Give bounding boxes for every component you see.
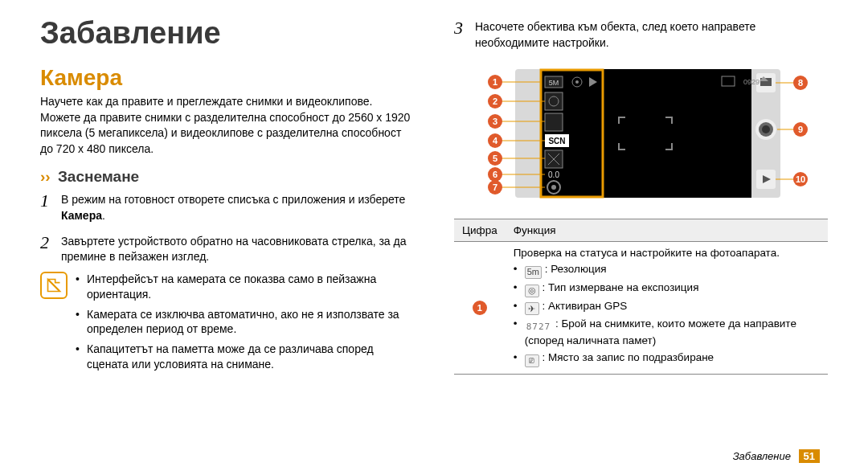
func-item: ⎚ : Място за запис по подразбиране — [514, 350, 820, 367]
func-item: 8727 : Брой на снимките, които можете да… — [514, 317, 820, 349]
callout-1: 1 — [492, 77, 497, 87]
callout-10: 10 — [795, 174, 805, 184]
page-number: 51 — [799, 449, 820, 463]
table-head-function: Функция — [506, 219, 828, 242]
step-2: 2 Завъртете устройството обратно на часо… — [40, 231, 414, 265]
callout-7: 7 — [492, 182, 497, 192]
svg-rect-7 — [545, 92, 563, 110]
counter-label: 0929 — [743, 78, 760, 86]
exposure-value: 0.0 — [548, 170, 559, 179]
sub-heading: ›› Заснемане — [40, 168, 414, 186]
func-item: ✈ : Активиран GPS — [514, 299, 820, 316]
step-1: 1 В режим на готовност отворете списъка … — [40, 189, 414, 223]
callout-8: 8 — [797, 78, 802, 88]
callout-9: 9 — [797, 125, 802, 134]
step-body: Насочете обектива към обекта, след което… — [475, 16, 828, 51]
metering-icon: ◎ — [525, 285, 539, 297]
counter-icon: 8727 — [525, 321, 553, 334]
step-number: 3 — [454, 16, 469, 51]
step-number: 1 — [40, 189, 55, 223]
svg-point-18 — [762, 125, 770, 133]
step-3: 3 Насочете обектива към обекта, след кое… — [454, 16, 828, 51]
note-icon — [40, 272, 68, 299]
note-item: Камерата се изключва автоматично, ако не… — [76, 307, 406, 338]
step-body: Завъртете устройството обратно на часовн… — [61, 231, 414, 265]
note-box: Интерфейсът на камерата се показва само … — [40, 272, 414, 377]
func-item: ◎ : Тип измерване на експозиция — [514, 281, 820, 297]
function-table: Цифра Функция 1 Проверка на статуса и на… — [454, 219, 828, 374]
camera-ui-diagram: 5M SCN 0.0 — [465, 57, 818, 212]
row-number-badge: 1 — [473, 301, 487, 315]
callout-5: 5 — [492, 154, 497, 163]
resolution-icon: 5m — [525, 266, 542, 279]
scn-label: SCN — [548, 137, 565, 145]
func-item: 5m : Резолюция — [514, 262, 820, 279]
step-body: В режим на готовност отворете списъка с … — [61, 189, 414, 223]
note-item: Интерфейсът на камерата се показва само … — [76, 272, 406, 302]
svg-point-6 — [575, 80, 579, 84]
page-title: Забавление — [40, 16, 414, 51]
callout-6: 6 — [492, 170, 497, 179]
page-footer: Забавление 51 — [40, 449, 828, 463]
intro-text: Научете как да правите и преглеждате сни… — [40, 94, 414, 157]
callout-3: 3 — [492, 117, 497, 126]
storage-icon: ⎚ — [525, 354, 539, 367]
svg-rect-9 — [545, 113, 563, 131]
chevron-icon: ›› — [40, 168, 51, 185]
table-head-number: Цифра — [454, 219, 506, 242]
callout-4: 4 — [492, 136, 497, 145]
svg-point-13 — [551, 185, 556, 190]
step-number: 2 — [40, 231, 55, 265]
gps-icon: ✈ — [525, 302, 539, 315]
row-intro: Проверка на статуса и настройките на фот… — [514, 247, 820, 259]
section-heading: Камера — [40, 65, 414, 91]
sub-heading-text: Заснемане — [58, 168, 139, 185]
table-row: 1 Проверка на статуса и настройките на ф… — [454, 242, 828, 374]
svg-rect-1 — [541, 69, 751, 198]
svg-text:5M: 5M — [548, 79, 559, 87]
footer-label: Забавление — [733, 450, 791, 462]
callout-2: 2 — [492, 96, 497, 106]
note-item: Капацитетът на паметта може да се различ… — [76, 342, 406, 372]
